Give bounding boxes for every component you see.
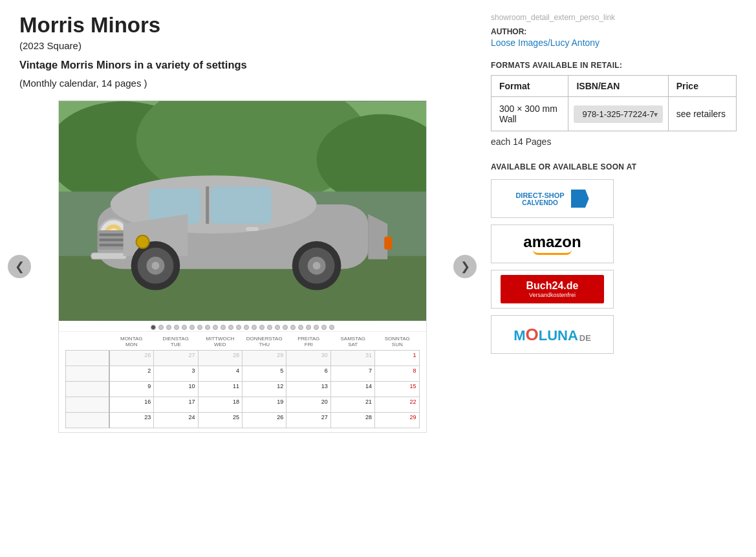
col-format: Format [491,76,568,97]
calendar-cell [66,366,110,382]
retailer-moluna[interactable]: M O LUNA DE [491,315,614,354]
carousel-next-button[interactable]: ❯ [453,255,477,278]
carousel-dot[interactable] [321,325,327,330]
svg-rect-10 [206,186,209,224]
carousel-dot[interactable] [290,325,296,330]
carousel-image [59,101,426,321]
extern-link: showroom_detail_extern_perso_link [491,13,737,22]
calendar-cell: 22 [375,397,419,413]
isbn-dropdown[interactable]: 978-1-325-77224-7 [574,105,662,123]
svg-rect-15 [99,234,124,236]
svg-rect-29 [384,237,392,250]
svg-point-28 [136,235,149,248]
table-row: 300 × 300 mmWall978-1-325-77224-7see ret… [491,97,737,131]
book-subtitle: (2023 Square) [19,40,465,51]
carousel-dot[interactable] [275,325,280,330]
calendar-header-cell: FREITAGFRI [286,336,331,349]
calendar-cell [66,382,110,397]
book-info: (Monthly calendar, 14 pages ) [19,78,465,89]
svg-rect-9 [210,186,272,224]
carousel-dot[interactable] [213,325,218,330]
author-link[interactable]: Loose Images/Lucy Antony [491,38,737,48]
calendar-cell: 12 [243,382,286,397]
carousel-dot[interactable] [174,325,179,330]
calendar-cell: 24 [154,413,198,428]
carousel-dot[interactable] [221,325,226,330]
carousel-dot[interactable] [314,325,319,330]
calvendo-icon [571,190,589,208]
isbn-dropdown-wrapper: 978-1-325-77224-7 [574,105,662,123]
calendar-cell: 15 [375,382,419,397]
formats-table: Format ISBN/EAN Price 300 × 300 mmWall97… [491,75,737,131]
calendar-cell [66,351,110,366]
isbn-cell[interactable]: 978-1-325-77224-7 [568,97,668,131]
calendar-cell: 31 [331,351,375,366]
calendar-cell [66,413,110,428]
carousel-dot[interactable] [182,325,187,330]
amazon-logo: amazon [523,233,581,255]
calvendo-label-top: DIRECT-SHOP [515,191,564,199]
calendar-cell: 5 [243,366,286,382]
calendar-cell: 23 [110,413,154,428]
calendar-cell: 26 [110,351,154,366]
svg-point-23 [151,262,159,270]
carousel-dot[interactable] [158,325,164,330]
calendar-cell: 1 [375,351,419,366]
carousel-dot[interactable] [283,325,288,330]
calendar-cell: 28 [331,413,375,428]
carousel-dot[interactable] [244,325,249,330]
carousel-prev-button[interactable]: ❮ [8,255,31,278]
col-price: Price [668,76,736,97]
formats-label: FORMATS AVAILABLE IN RETAIL: [491,61,737,70]
calendar-cell: 28 [199,351,243,366]
calendar-cell: 25 [199,413,243,428]
carousel-inner: MONTAGMONDIENSTAGTUEMITTWOCHWEDDONNERSTA… [58,100,427,433]
calendar-cell: 30 [286,351,330,366]
carousel-dot[interactable] [228,325,233,330]
calvendo-logo: DIRECT-SHOP CALVENDO [515,190,589,208]
calendar-cell: 2 [110,366,154,382]
calendar-cell: 16 [110,397,154,413]
carousel-dots [59,321,426,331]
calendar-cell: 8 [375,366,419,382]
carousel-dot[interactable] [151,325,156,330]
calendar-preview: MONTAGMONDIENSTAGTUEMITTWOCHWEDDONNERSTA… [59,331,426,432]
carousel-dot[interactable] [205,325,210,330]
moluna-text2: LUNA [539,327,578,344]
calendar-cell: 13 [286,382,330,397]
calendar-cell: 27 [286,413,330,428]
calendar-header-cell: MONTAGMON [109,336,154,349]
carousel-dot[interactable] [252,325,257,330]
moluna-text: M [513,327,525,344]
svg-rect-19 [245,227,258,231]
pages-info: each 14 Pages [491,137,737,147]
col-isbn: ISBN/EAN [568,76,668,97]
calendar-cell: 4 [199,366,243,382]
carousel-dot[interactable] [306,325,311,330]
calendar-cell: 9 [110,382,154,397]
calendar-cell: 19 [243,397,286,413]
calendar-header-cell: SONNTAGSUN [375,336,420,349]
carousel-dot[interactable] [197,325,202,330]
book-description: Vintage Morris Minors in a variety of se… [19,59,465,71]
carousel-dot[interactable] [166,325,171,330]
calendar-cell: 27 [154,351,198,366]
carousel-dot[interactable] [236,325,241,330]
format-cell: 300 × 300 mmWall [491,97,568,131]
svg-rect-17 [99,244,124,246]
retailer-calvendo[interactable]: DIRECT-SHOP CALVENDO [491,179,614,218]
carousel-dot[interactable] [259,325,265,330]
page-container: Morris Minors (2023 Square) Vintage Morr… [0,0,756,446]
carousel-dot[interactable] [329,325,334,330]
carousel-dot[interactable] [189,325,195,330]
calendar-header-cell [65,336,110,349]
calendar-cell [66,397,110,413]
carousel-dot[interactable] [267,325,272,330]
retailer-amazon[interactable]: amazon [491,224,614,263]
retailer-buch24[interactable]: Buch24.de Versandkostenfrei [491,270,614,309]
retailer-grid: DIRECT-SHOP CALVENDO amazon Buch24.de Ve… [491,179,737,354]
carousel-dot[interactable] [298,325,303,330]
calendar-cell: 29 [375,413,419,428]
carousel: ❮ [19,100,465,433]
moluna-o: O [525,325,538,345]
